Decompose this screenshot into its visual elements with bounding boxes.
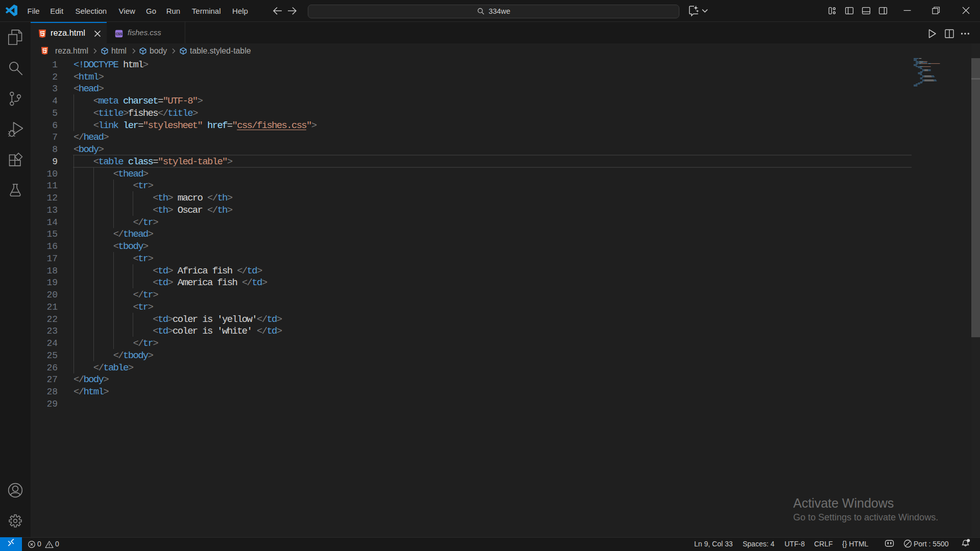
svg-text:CSS: CSS [116, 32, 123, 36]
